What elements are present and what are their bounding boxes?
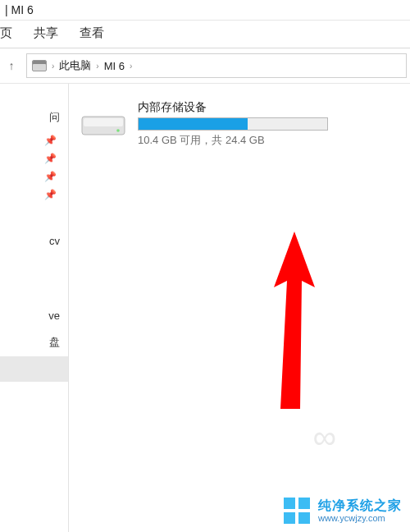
pin-icon: 📌	[0, 149, 68, 167]
drive-item[interactable]: 内部存储设备 10.4 GB 可用，共 24.4 GB	[80, 100, 399, 148]
breadcrumb-mi6[interactable]: MI 6	[104, 60, 125, 72]
sidebar-item-disk[interactable]: 盘	[0, 328, 68, 356]
annotation-arrow-icon	[266, 230, 323, 410]
sidebar: 问 📌 📌 📌 📌 cv ve 盘	[0, 84, 69, 532]
tab-home[interactable]: 页	[0, 25, 12, 41]
svg-point-2	[116, 129, 120, 132]
watermark-ghost-icon: ∞	[312, 419, 336, 456]
tab-view[interactable]: 查看	[80, 25, 104, 41]
content-pane: 内部存储设备 10.4 GB 可用，共 24.4 GB ∞	[69, 84, 410, 532]
pin-icon: 📌	[0, 167, 68, 186]
svg-rect-3	[284, 498, 295, 509]
computer-icon	[32, 60, 47, 71]
pin-icon: 📌	[0, 186, 68, 204]
sidebar-item-drive[interactable]: ve	[0, 303, 68, 328]
sidebar-item-quick[interactable]: 问	[0, 103, 68, 131]
watermark: 纯净系统之家 www.ycwjzy.com	[282, 496, 402, 525]
sidebar-item-cv[interactable]: cv	[0, 228, 68, 254]
tab-share[interactable]: 共享	[34, 25, 58, 41]
svg-rect-6	[298, 512, 310, 524]
watermark-logo-icon	[282, 496, 312, 525]
drive-capacity-text: 10.4 GB 可用，共 24.4 GB	[138, 133, 328, 148]
chevron-right-icon: ›	[96, 62, 98, 71]
drive-name: 内部存储设备	[138, 100, 328, 115]
svg-rect-1	[84, 118, 123, 126]
capacity-bar	[138, 117, 328, 131]
svg-rect-4	[298, 498, 310, 509]
window-title: | MI 6	[0, 0, 410, 21]
chevron-right-icon: ›	[130, 62, 132, 71]
address-bar[interactable]: › 此电脑 › MI 6 ›	[26, 53, 407, 78]
watermark-url: www.ycwjzy.com	[318, 513, 402, 524]
address-bar-row: ↑ › 此电脑 › MI 6 ›	[0, 48, 410, 83]
svg-rect-5	[284, 512, 295, 524]
chevron-right-icon: ›	[52, 62, 54, 71]
breadcrumb-this-pc[interactable]: 此电脑	[59, 58, 91, 73]
drive-icon	[80, 108, 126, 140]
watermark-title: 纯净系统之家	[318, 498, 402, 513]
ribbon-tabs: 页 共享 查看	[0, 21, 410, 48]
up-button[interactable]: ↑	[3, 59, 20, 72]
pin-icon: 📌	[0, 131, 68, 149]
sidebar-item-selected[interactable]	[0, 356, 68, 382]
